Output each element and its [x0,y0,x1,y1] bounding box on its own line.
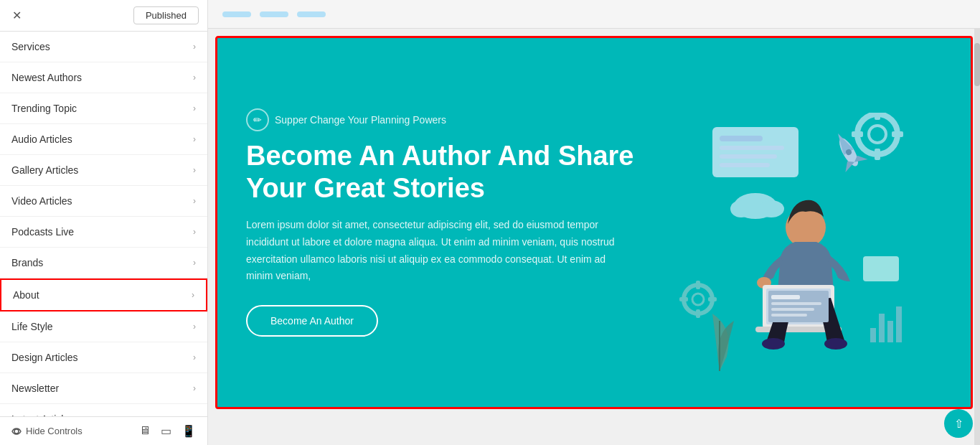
chevron-right-icon: › [193,383,196,393]
svg-rect-23 [708,297,717,301]
sidebar-item-video-articles[interactable]: Video Articles› [0,186,207,217]
svg-rect-17 [720,163,770,167]
svg-point-1 [857,114,897,154]
top-card-1[interactable] [222,11,251,17]
desktop-icon[interactable]: 🖥 [139,424,151,438]
sidebar-item-label: About [13,289,39,301]
sidebar-item-newest-authors[interactable]: Newest Authors› [0,62,207,93]
sidebar-item-label: Gallery Articles [11,164,78,176]
scrollbar-thumb [974,43,980,86]
chevron-right-icon: › [193,227,196,237]
svg-rect-6 [892,131,903,137]
chevron-right-icon: › [193,42,196,52]
sidebar-item-gallery-articles[interactable]: Gallery Articles› [0,155,207,186]
sidebar-item-label: Newsletter [11,383,59,394]
chevron-right-icon: › [193,103,196,113]
chevron-right-icon: › [193,72,196,83]
hero-title: Become An Author And Share Your Great St… [246,140,641,205]
sidebar-item-life-style[interactable]: Life Style› [0,312,207,342]
sidebar-item-services[interactable]: Services› [0,32,207,62]
chevron-right-icon: › [193,352,196,362]
hero-subtitle: Supper Change Your Planning Powers [275,114,446,126]
hero-banner: ✏ Supper Change Your Planning Powers Bec… [215,36,973,409]
svg-point-43 [730,200,752,217]
svg-rect-21 [696,309,700,318]
sidebar-item-label: Podcasts Live [11,226,74,238]
eye-icon [11,426,22,436]
sidebar-item-label: Services [11,41,50,52]
svg-rect-40 [771,308,814,311]
svg-rect-15 [720,146,784,150]
svg-rect-26 [879,314,885,342]
svg-rect-13 [712,127,798,177]
hero-illustration [641,60,942,385]
sidebar-item-newsletter[interactable]: Newsletter› [0,373,207,404]
svg-rect-3 [875,113,880,120]
main-content: ✏ Supper Change Your Planning Powers Bec… [208,0,980,445]
sidebar-item-label: Design Articles [11,352,78,363]
mobile-icon[interactable]: 📱 [182,424,196,438]
svg-point-44 [758,200,784,217]
sidebar-item-design-articles[interactable]: Design Articles› [0,342,207,373]
svg-point-36 [824,338,847,350]
pencil-icon: ✏ [253,114,262,126]
top-card-2[interactable] [260,11,288,17]
sidebar-item-label: Trending Topic [11,103,77,114]
svg-rect-22 [679,297,688,301]
sidebar-item-brands[interactable]: Brands› [0,248,207,278]
hero-badge: ✏ Supper Change Your Planning Powers [246,108,641,131]
svg-point-35 [762,338,785,350]
chevron-right-icon: › [193,165,196,175]
svg-point-0 [14,429,19,434]
scroll-up-button[interactable]: ⇧ [944,409,973,438]
chevron-right-icon: › [192,290,194,300]
sidebar-item-label: Newest Authors [11,72,82,83]
svg-rect-4 [875,149,880,160]
sidebar-item-label: Life Style [11,321,53,332]
sidebar-item-podcasts-live[interactable]: Podcasts Live› [0,217,207,248]
svg-rect-20 [696,281,700,289]
sidebar-item-trending-topic[interactable]: Trending Topic› [0,93,207,124]
svg-rect-27 [887,321,893,342]
hero-badge-icon: ✏ [246,108,269,131]
sidebar-item-about[interactable]: About› [0,278,207,312]
sidebar-items-list: Services›Newest Authors›Trending Topic›A… [0,32,207,416]
published-button[interactable]: Published [133,6,199,24]
svg-rect-14 [720,136,763,141]
hero-text-section: ✏ Supper Change Your Planning Powers Bec… [246,108,641,337]
svg-point-2 [869,126,886,143]
svg-rect-25 [870,328,876,342]
close-button[interactable]: ✕ [9,8,24,24]
hide-controls-label: Hide Controls [26,426,83,436]
svg-rect-29 [863,256,899,281]
sidebar: ✕ Published Services›Newest Authors›Tren… [0,0,208,445]
sidebar-footer: Hide Controls 🖥 ▭ 📱 [0,416,207,445]
svg-rect-28 [896,306,902,342]
become-author-button[interactable]: Become An Author [246,305,378,337]
svg-rect-16 [720,154,777,159]
sidebar-item-audio-articles[interactable]: Audio Articles› [0,124,207,155]
right-scrollbar[interactable] [974,29,980,445]
top-card-3[interactable] [297,11,326,17]
tablet-icon[interactable]: ▭ [161,424,171,438]
chevron-right-icon: › [193,258,196,268]
footer-icons: 🖥 ▭ 📱 [139,424,196,438]
chevron-right-icon: › [193,134,196,144]
sidebar-item-latest-articles[interactable]: Latest Articles› [0,404,207,416]
svg-rect-5 [852,131,863,137]
svg-rect-39 [771,302,821,305]
sidebar-item-label: Brands [11,257,43,268]
chevron-right-icon: › [193,196,196,206]
hide-controls-button[interactable]: Hide Controls [11,426,83,436]
main-panel: ✏ Supper Change Your Planning Powers Bec… [208,29,980,445]
svg-rect-38 [771,295,800,299]
sidebar-item-label: Audio Articles [11,134,72,145]
svg-rect-41 [771,314,807,317]
sidebar-header: ✕ Published [0,0,207,32]
hero-description: Lorem ipsum dolor sit amet, consectetur … [246,217,619,285]
hero-illustration-svg [641,113,928,385]
chevron-right-icon: › [193,322,196,332]
sidebar-item-label: Video Articles [11,195,72,207]
top-bar [208,0,980,29]
svg-point-19 [692,294,704,305]
